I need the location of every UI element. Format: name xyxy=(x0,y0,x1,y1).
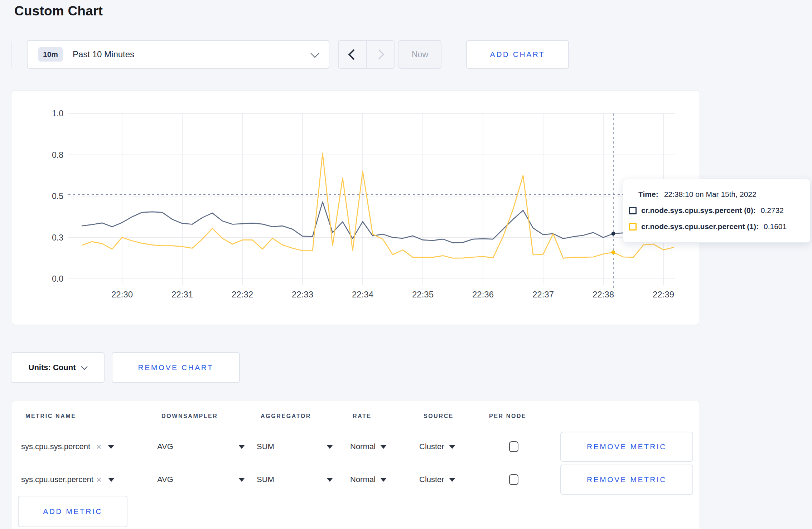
sys-series-swatch-icon xyxy=(629,207,637,214)
units-dropdown[interactable]: Units: Count xyxy=(11,352,105,383)
series-line-1 xyxy=(82,153,673,258)
rate-select[interactable]: Normal xyxy=(350,430,387,463)
source-select[interactable]: Cluster xyxy=(419,463,455,496)
time-pager xyxy=(338,40,395,69)
chevron-right-icon xyxy=(374,49,384,59)
aggregator-value: SUM xyxy=(257,475,274,484)
source-select[interactable]: Cluster xyxy=(419,430,455,463)
remove-metric-button[interactable]: REMOVE METRIC xyxy=(560,432,693,462)
caret-down-icon xyxy=(380,478,387,482)
rate-value: Normal xyxy=(350,475,376,484)
x-tick-label: 22:34 xyxy=(352,290,373,299)
hover-dot-1 xyxy=(612,251,615,254)
column-header-per-node: PER NODE xyxy=(489,413,526,419)
y-tick-label: 0.5 xyxy=(52,191,63,201)
column-header-source: SOURCE xyxy=(424,413,454,419)
remove-chart-button[interactable]: REMOVE CHART xyxy=(112,352,240,383)
x-tick-label: 22:37 xyxy=(532,290,554,299)
caret-down-icon xyxy=(238,478,245,482)
time-range-dropdown[interactable]: 10m Past 10 Minutes xyxy=(27,40,329,69)
remove-metric-button[interactable]: REMOVE METRIC xyxy=(560,465,693,495)
y-tick-label: 0.8 xyxy=(52,150,63,160)
custom-chart-page: Custom Chart 10m Past 10 Minutes Now ADD… xyxy=(0,0,812,529)
clear-metric-icon[interactable]: × xyxy=(96,441,101,452)
tooltip-series-row: cr.node.sys.cpu.sys.percent (0): 0.2732 xyxy=(629,206,803,215)
metric-name-select[interactable]: sys.cpu.sys.percent × xyxy=(21,430,148,463)
x-tick-label: 22:35 xyxy=(412,290,434,299)
aggregator-select[interactable]: SUM xyxy=(257,463,333,496)
metric-name-value: sys.cpu.sys.percent xyxy=(21,442,90,451)
add-metric-button[interactable]: ADD METRIC xyxy=(18,496,127,527)
add-chart-button[interactable]: ADD CHART xyxy=(466,40,569,69)
tooltip-time-value: 22:38:10 on Mar 15th, 2022 xyxy=(664,190,757,198)
metrics-table: METRIC NAME DOWNSAMPLER AGGREGATOR RATE … xyxy=(12,401,699,529)
column-header-metric-name: METRIC NAME xyxy=(25,413,76,419)
x-tick-label: 22:36 xyxy=(472,290,494,299)
tooltip-series-value: 0.2732 xyxy=(761,206,784,215)
source-value: Cluster xyxy=(419,475,444,484)
caret-down-icon xyxy=(380,445,387,449)
x-tick-label: 22:31 xyxy=(171,290,193,299)
now-button[interactable]: Now xyxy=(398,40,441,69)
prev-time-button[interactable] xyxy=(339,41,367,68)
chart-canvas[interactable]: 0.00.30.50.81.022:3022:3122:3222:3322:34… xyxy=(12,91,699,324)
y-tick-label: 0.3 xyxy=(52,233,63,242)
downsampler-select[interactable]: AVG xyxy=(157,430,245,463)
x-tick-label: 22:30 xyxy=(111,290,133,299)
chevron-down-icon xyxy=(81,363,88,370)
downsampler-select[interactable]: AVG xyxy=(157,463,245,496)
tooltip-time-label: Time: xyxy=(638,190,658,198)
chevron-down-icon xyxy=(310,49,319,58)
caret-down-icon xyxy=(327,445,333,449)
y-tick-label: 1.0 xyxy=(52,109,63,118)
metric-name-select[interactable]: sys.cpu.user.percent × xyxy=(21,463,148,496)
divider xyxy=(11,42,11,68)
caret-down-icon xyxy=(449,478,455,482)
x-tick-label: 22:33 xyxy=(292,290,313,299)
tooltip-series-row: cr.node.sys.cpu.user.percent (1): 0.1601 xyxy=(629,222,803,231)
caret-down-icon xyxy=(327,478,333,482)
caret-down-icon xyxy=(108,478,115,482)
chart-tooltip: Time:22:38:10 on Mar 15th, 2022 cr.node.… xyxy=(623,179,811,243)
tooltip-series-value: 0.1601 xyxy=(764,222,787,231)
x-tick-label: 22:32 xyxy=(232,290,253,299)
table-row: sys.cpu.sys.percent × AVG SUM Normal Clu… xyxy=(12,430,699,463)
caret-down-icon xyxy=(108,445,114,449)
aggregator-value: SUM xyxy=(257,442,274,451)
user-series-swatch-icon xyxy=(629,223,637,230)
time-range-badge: 10m xyxy=(38,47,63,62)
x-tick-label: 22:38 xyxy=(593,290,614,299)
hover-dot-0 xyxy=(612,232,615,236)
source-value: Cluster xyxy=(419,442,444,451)
caret-down-icon xyxy=(449,445,455,449)
time-range-label: Past 10 Minutes xyxy=(73,49,134,59)
next-time-button[interactable] xyxy=(367,41,394,68)
y-tick-label: 0.0 xyxy=(52,274,63,283)
column-header-downsampler: DOWNSAMPLER xyxy=(161,413,218,419)
rate-value: Normal xyxy=(350,442,376,451)
per-node-checkbox[interactable] xyxy=(509,474,518,485)
clear-metric-icon[interactable]: × xyxy=(96,474,102,485)
caret-down-icon xyxy=(238,445,245,449)
x-tick-label: 22:39 xyxy=(653,290,674,299)
page-title: Custom Chart xyxy=(14,4,103,19)
tooltip-series-label: cr.node.sys.cpu.user.percent (1): xyxy=(641,222,759,231)
aggregator-select[interactable]: SUM xyxy=(257,430,333,463)
chart-card: 0.00.30.50.81.022:3022:3122:3222:3322:34… xyxy=(12,90,699,325)
per-node-cell xyxy=(509,430,518,463)
rate-select[interactable]: Normal xyxy=(350,463,387,496)
table-row: sys.cpu.user.percent × AVG SUM Normal Cl… xyxy=(12,463,699,496)
metric-name-value: sys.cpu.user.percent xyxy=(21,475,93,484)
chevron-left-icon xyxy=(348,49,359,60)
downsampler-value: AVG xyxy=(157,442,173,451)
tooltip-series-label: cr.node.sys.cpu.sys.percent (0): xyxy=(641,206,756,215)
per-node-checkbox[interactable] xyxy=(509,441,518,452)
column-header-aggregator: AGGREGATOR xyxy=(261,413,311,419)
units-label: Units: Count xyxy=(29,363,76,372)
column-header-rate: RATE xyxy=(353,413,372,419)
tooltip-time-row: Time:22:38:10 on Mar 15th, 2022 xyxy=(638,190,803,199)
downsampler-value: AVG xyxy=(157,475,173,484)
per-node-cell xyxy=(509,463,518,496)
